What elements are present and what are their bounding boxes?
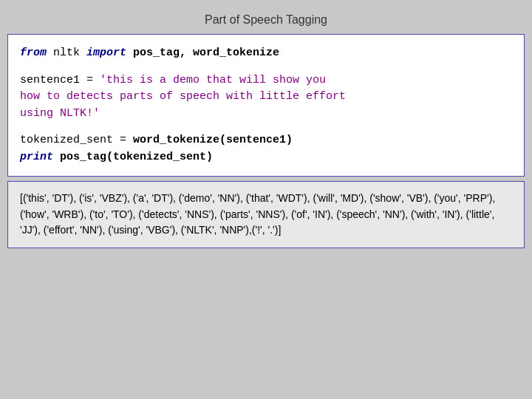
eq-sign: = [80, 74, 100, 86]
var-sentence1: sentence1 [20, 74, 80, 86]
func-word-tokenize: word_tokenize(sentence1) [133, 134, 293, 146]
keyword-from: from [20, 47, 47, 59]
code-line-3: tokenized_sent = word_tokenize(sentence1… [20, 132, 512, 149]
code-nltk: nltk [47, 47, 86, 59]
page-title: Part of Speech Tagging [7, 7, 525, 34]
string-line1: 'this is a demo that will show you [100, 74, 326, 86]
code-line-1: from nltk import pos_tag, word_tokenize [20, 45, 512, 62]
output-box: [('this', 'DT'), ('is', 'VBZ'), ('a', 'D… [7, 181, 525, 248]
blank-2 [20, 122, 512, 132]
code-line-4: print pos_tag(tokenized_sent) [20, 149, 512, 166]
eq-sign-2: = [113, 134, 133, 146]
keyword-print: print [20, 151, 53, 163]
code-line-2b: how to detects parts of speech with litt… [20, 89, 512, 106]
string-line3: using NLTK!' [20, 107, 100, 120]
func-pos-tag: pos_tag(tokenized_sent) [53, 151, 213, 163]
code-line-2a: sentence1 = 'this is a demo that will sh… [20, 72, 512, 89]
blank-1 [20, 62, 512, 72]
code-editor: from nltk import pos_tag, word_tokenize … [7, 34, 525, 177]
main-container: from nltk import pos_tag, word_tokenize … [7, 34, 525, 248]
var-tokenized: tokenized_sent [20, 134, 113, 146]
keyword-import: import [86, 47, 126, 59]
code-imports: pos_tag, word_tokenize [126, 47, 279, 59]
string-line2: how to detects parts of speech with litt… [20, 90, 346, 103]
code-line-2c: using NLTK!' [20, 106, 512, 123]
